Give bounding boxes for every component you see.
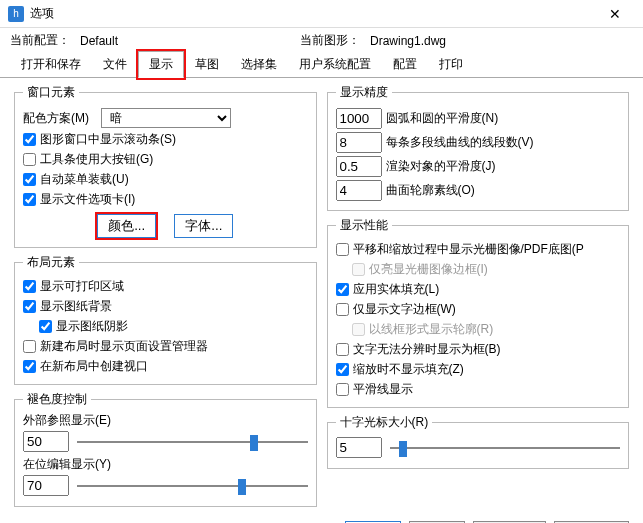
zoomfill-checkbox[interactable]: 缩放时不显示填充(Z)	[336, 361, 621, 378]
arc-input[interactable]	[336, 108, 382, 129]
current-config-value: Default	[80, 34, 300, 48]
scrollbar-checkbox[interactable]: 图形窗口中显示滚动条(S)	[23, 131, 308, 148]
render-input[interactable]	[336, 156, 382, 177]
wiresil-checkbox: 以线框形式显示轮廓(R)	[352, 321, 621, 338]
filetab-checkbox[interactable]: 显示文件选项卡(I)	[23, 191, 308, 208]
arc-label: 圆弧和圆的平滑度(N)	[386, 110, 499, 127]
pagesetup-checkbox[interactable]: 新建布局时显示页面设置管理器	[23, 338, 308, 355]
printable-checkbox[interactable]: 显示可打印区域	[23, 278, 308, 295]
tab-file[interactable]: 文件	[92, 51, 138, 78]
display-precision-legend: 显示精度	[336, 84, 392, 101]
xref-slider[interactable]	[77, 432, 308, 452]
contour-input[interactable]	[336, 180, 382, 201]
seg-input[interactable]	[336, 132, 382, 153]
textnobox-checkbox[interactable]: 文字无法分辨时显示为框(B)	[336, 341, 621, 358]
crosshair-group: 十字光标大小(R)	[327, 414, 630, 469]
xref-label: 外部参照显示(E)	[23, 412, 308, 429]
textframe-checkbox[interactable]: 仅显示文字边框(W)	[336, 301, 621, 318]
tab-sketch[interactable]: 草图	[184, 51, 230, 78]
fonts-button[interactable]: 字体...	[174, 214, 233, 238]
window-title: 选项	[30, 5, 595, 22]
render-label: 渲染对象的平滑度(J)	[386, 158, 496, 175]
automenu-checkbox[interactable]: 自动菜单装载(U)	[23, 171, 308, 188]
crosshair-legend: 十字光标大小(R)	[336, 414, 433, 431]
xref-input[interactable]	[23, 431, 69, 452]
color-scheme-select[interactable]: 暗	[101, 108, 231, 128]
tab-bar: 打开和保存 文件 显示 草图 选择集 用户系统配置 配置 打印	[0, 51, 643, 78]
current-config-label: 当前配置：	[10, 32, 80, 49]
paperbg-checkbox[interactable]: 显示图纸背景	[23, 298, 308, 315]
tab-user-prefs[interactable]: 用户系统配置	[288, 51, 382, 78]
tab-print[interactable]: 打印	[428, 51, 474, 78]
viewport-checkbox[interactable]: 在新布局中创建视口	[23, 358, 308, 375]
bigbtn-checkbox[interactable]: 工具条使用大按钮(G)	[23, 151, 308, 168]
smooth-checkbox[interactable]: 平滑线显示	[336, 381, 621, 398]
layout-elements-group: 布局元素 显示可打印区域 显示图纸背景 显示图纸阴影 新建布局时显示页面设置管理…	[14, 254, 317, 385]
fade-control-legend: 褪色度控制	[23, 391, 91, 408]
raster-checkbox[interactable]: 平移和缩放过程中显示光栅图像/PDF底图(P	[336, 241, 621, 258]
solidfill-checkbox[interactable]: 应用实体填充(L)	[336, 281, 621, 298]
layout-elements-legend: 布局元素	[23, 254, 79, 271]
fade-control-group: 褪色度控制 外部参照显示(E) 在位编辑显示(Y)	[14, 391, 317, 507]
current-drawing-label: 当前图形：	[300, 32, 370, 49]
close-icon[interactable]: ✕	[595, 6, 635, 22]
colors-button[interactable]: 颜色...	[97, 214, 156, 238]
app-icon: h	[8, 6, 24, 22]
edit-input[interactable]	[23, 475, 69, 496]
current-drawing-value: Drawing1.dwg	[370, 34, 446, 48]
hlraster-checkbox: 仅亮显光栅图像边框(I)	[352, 261, 621, 278]
crosshair-input[interactable]	[336, 437, 382, 458]
display-performance-group: 显示性能 平移和缩放过程中显示光栅图像/PDF底图(P 仅亮显光栅图像边框(I)…	[327, 217, 630, 408]
shadow-checkbox[interactable]: 显示图纸阴影	[39, 318, 308, 335]
tab-selection[interactable]: 选择集	[230, 51, 288, 78]
window-elements-legend: 窗口元素	[23, 84, 79, 101]
contour-label: 曲面轮廓素线(O)	[386, 182, 475, 199]
tab-open-save[interactable]: 打开和保存	[10, 51, 92, 78]
tab-profiles[interactable]: 配置	[382, 51, 428, 78]
tab-display[interactable]: 显示	[138, 51, 184, 78]
edit-label: 在位编辑显示(Y)	[23, 456, 308, 473]
seg-label: 每条多段线曲线的线段数(V)	[386, 134, 534, 151]
edit-slider[interactable]	[77, 476, 308, 496]
crosshair-slider[interactable]	[390, 438, 621, 458]
display-performance-legend: 显示性能	[336, 217, 392, 234]
display-precision-group: 显示精度 圆弧和圆的平滑度(N) 每条多段线曲线的线段数(V) 渲染对象的平滑度…	[327, 84, 630, 211]
window-elements-group: 窗口元素 配色方案(M) 暗 图形窗口中显示滚动条(S) 工具条使用大按钮(G)…	[14, 84, 317, 248]
color-scheme-label: 配色方案(M)	[23, 110, 89, 127]
